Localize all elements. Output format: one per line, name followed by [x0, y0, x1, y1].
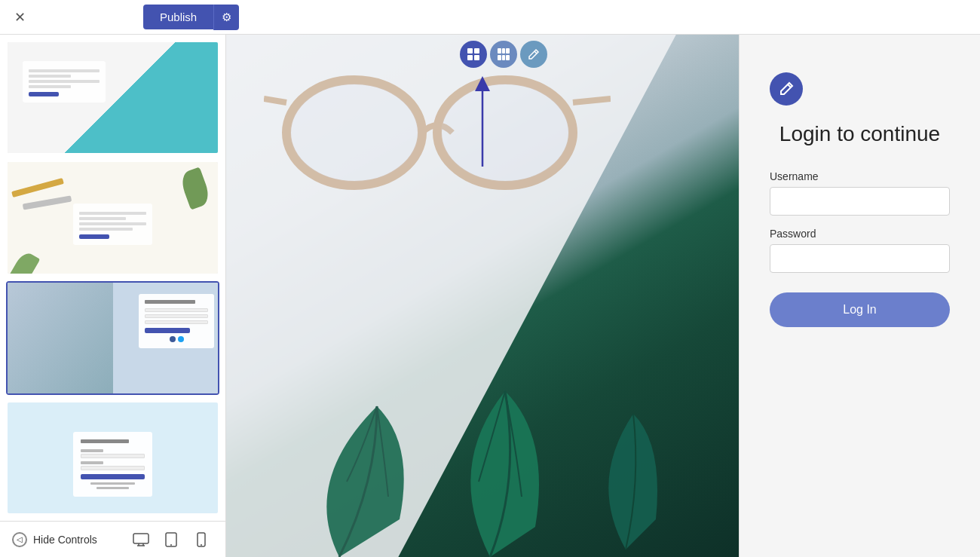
username-group: Username — [770, 170, 950, 216]
templates-list — [0, 35, 225, 521]
glasses-svg — [264, 57, 611, 208]
login-icon — [770, 72, 803, 106]
password-input[interactable] — [770, 244, 950, 273]
svg-rect-8 — [467, 48, 473, 54]
svg-point-7 — [201, 544, 202, 546]
blocks-icon-button[interactable] — [460, 41, 487, 68]
main-content: ◁ Hide Controls — [0, 35, 980, 557]
publish-button[interactable]: Publish — [143, 5, 213, 29]
password-group: Password — [770, 228, 950, 273]
publish-settings-button[interactable]: ⚙ — [213, 5, 239, 30]
top-bar: ✕ Publish ⚙ — [0, 0, 980, 35]
username-label: Username — [770, 170, 950, 182]
svg-point-5 — [170, 544, 172, 546]
mobile-view-button[interactable] — [189, 528, 213, 552]
leaves-svg — [264, 331, 716, 557]
right-panel: Login to continue Username Password Log … — [739, 35, 980, 557]
username-input[interactable] — [770, 187, 950, 216]
edit-icon-button[interactable] — [520, 41, 547, 68]
svg-rect-15 — [498, 55, 501, 60]
canvas-area — [226, 35, 739, 557]
hide-controls-label: Hide Controls — [33, 534, 97, 546]
svg-rect-10 — [467, 55, 473, 60]
blocks-icon — [467, 47, 480, 61]
login-title: Login to continue — [779, 121, 940, 148]
close-icon: ✕ — [14, 9, 26, 26]
svg-line-23 — [264, 99, 286, 103]
svg-rect-17 — [506, 55, 510, 60]
svg-rect-16 — [502, 55, 505, 60]
desktop-icon — [133, 533, 149, 546]
template-thumb-3[interactable] — [6, 281, 219, 395]
hide-controls-button[interactable]: ◁ Hide Controls — [12, 532, 97, 547]
grid-icon-button[interactable] — [490, 41, 517, 68]
password-label: Password — [770, 228, 950, 240]
template-thumb-2[interactable] — [6, 161, 219, 274]
gear-icon: ⚙ — [222, 11, 231, 23]
tablet-icon — [165, 532, 177, 547]
mobile-icon — [197, 532, 206, 547]
canvas-toolbar — [460, 41, 547, 68]
svg-rect-12 — [498, 48, 501, 54]
login-button[interactable]: Log In — [770, 292, 950, 327]
svg-rect-9 — [474, 48, 479, 54]
svg-rect-11 — [474, 55, 479, 60]
bottom-bar: ◁ Hide Controls — [0, 521, 225, 557]
close-button[interactable]: ✕ — [9, 7, 30, 28]
svg-rect-0 — [133, 534, 149, 543]
left-panel: ◁ Hide Controls — [0, 35, 226, 557]
hide-controls-icon: ◁ — [12, 532, 27, 547]
svg-rect-14 — [506, 48, 510, 54]
pencil-edit-icon — [778, 81, 795, 97]
pencil-icon — [528, 48, 540, 60]
arrow-svg — [460, 72, 505, 170]
svg-line-24 — [573, 99, 611, 103]
template-thumb-4[interactable] — [6, 401, 219, 515]
grid-icon — [497, 47, 510, 61]
desktop-view-button[interactable] — [129, 528, 153, 552]
arrow-indicator — [460, 72, 505, 173]
template-thumb-1[interactable] — [6, 41, 219, 155]
publish-group: Publish ⚙ — [143, 5, 239, 30]
svg-point-25 — [290, 84, 418, 182]
svg-rect-13 — [502, 48, 505, 54]
svg-line-18 — [534, 51, 537, 54]
tablet-view-button[interactable] — [159, 528, 183, 552]
view-controls — [129, 528, 213, 552]
